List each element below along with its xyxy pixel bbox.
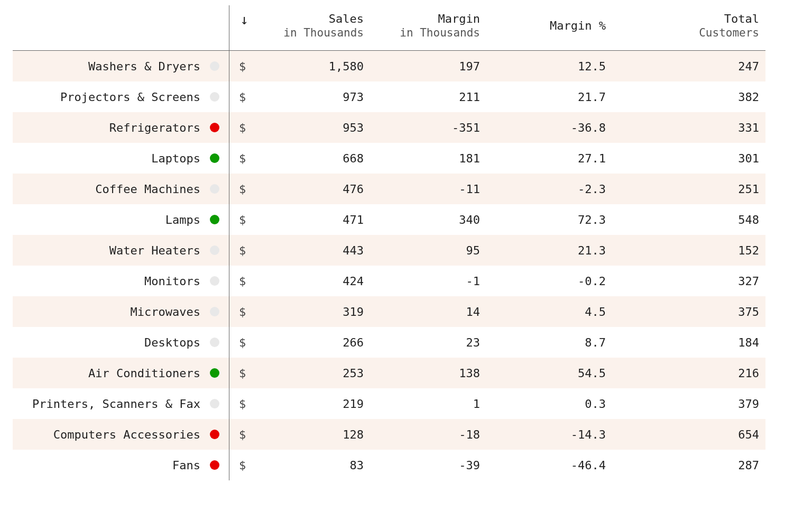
margin-cell: 138 (370, 358, 486, 388)
status-dot-icon (210, 430, 219, 439)
margin-value: -351 (452, 121, 480, 134)
margin-cell: 211 (370, 81, 486, 112)
customers-value: 548 (738, 213, 759, 226)
category-label: Monitors (144, 275, 200, 288)
currency-symbol: $ (229, 235, 259, 266)
sales-value: 443 (343, 244, 364, 257)
margin-pct-cell: 21.7 (486, 81, 612, 112)
customers-cell: 247 (612, 51, 765, 81)
margin-cell: -18 (370, 419, 486, 450)
customers-value: 654 (738, 428, 759, 441)
category-cell[interactable]: Projectors & Screens (13, 81, 229, 112)
category-label: Printers, Scanners & Fax (32, 397, 200, 411)
margin-pct-cell: 8.7 (486, 327, 612, 358)
sales-value: 266 (343, 336, 364, 349)
customers-value: 216 (738, 367, 759, 380)
margin-pct-value: -36.8 (571, 121, 606, 134)
customers-value: 251 (738, 183, 759, 196)
sales-cell: 471 (259, 204, 370, 235)
category-cell[interactable]: Fans (13, 450, 229, 480)
margin-pct-cell: -2.3 (486, 174, 612, 204)
category-cell[interactable]: Printers, Scanners & Fax (13, 388, 229, 419)
sales-cell: 668 (259, 143, 370, 174)
margin-value: 197 (459, 60, 480, 73)
col-header-sales[interactable]: Sales in Thousands (259, 5, 370, 51)
category-label: Lamps (165, 213, 200, 226)
category-label: Coffee Machines (95, 183, 200, 196)
customers-value: 382 (738, 90, 759, 104)
customers-value: 184 (738, 336, 759, 349)
category-cell[interactable]: Washers & Dryers (13, 51, 229, 81)
category-cell[interactable]: Refrigerators (13, 112, 229, 143)
col-header-margin[interactable]: Margin in Thousands (370, 5, 486, 51)
customers-cell: 654 (612, 419, 765, 450)
margin-pct-value: 21.3 (578, 244, 606, 257)
sales-cell: 953 (259, 112, 370, 143)
sales-cell: 266 (259, 327, 370, 358)
sales-value: 128 (343, 428, 364, 441)
currency-symbol: $ (229, 296, 259, 327)
col-header-customers[interactable]: Total Customers (612, 5, 765, 51)
category-label: Water Heaters (109, 244, 200, 257)
customers-cell: 331 (612, 112, 765, 143)
customers-cell: 375 (612, 296, 765, 327)
margin-pct-value: 0.3 (585, 397, 606, 411)
sales-cell: 219 (259, 388, 370, 419)
category-label: Fans (172, 459, 200, 472)
margin-value: 181 (459, 152, 480, 165)
sales-value: 668 (343, 152, 364, 165)
category-cell[interactable]: Lamps (13, 204, 229, 235)
col-header-sort[interactable]: ↓ (229, 5, 259, 51)
currency-symbol: $ (229, 358, 259, 388)
category-cell[interactable]: Monitors (13, 266, 229, 296)
category-cell[interactable]: Laptops (13, 143, 229, 174)
margin-pct-value: 4.5 (585, 305, 606, 318)
col-header-category[interactable] (13, 5, 229, 51)
category-cell[interactable]: Water Heaters (13, 235, 229, 266)
category-cell[interactable]: Microwaves (13, 296, 229, 327)
customers-cell: 382 (612, 81, 765, 112)
category-cell[interactable]: Computers Accessories (13, 419, 229, 450)
status-dot-icon (210, 245, 219, 255)
sales-margin-table: ↓ Sales in Thousands Margin in Thousands… (13, 5, 799, 480)
margin-value: -18 (459, 428, 480, 441)
customers-cell: 216 (612, 358, 765, 388)
margin-cell: -351 (370, 112, 486, 143)
sales-value: 973 (343, 90, 364, 104)
margin-pct-value: -14.3 (571, 428, 606, 441)
currency-symbol: $ (229, 51, 259, 81)
customers-cell: 152 (612, 235, 765, 266)
customers-value: 247 (738, 60, 759, 73)
category-label: Desktops (144, 336, 200, 349)
category-cell[interactable]: Desktops (13, 327, 229, 358)
customers-value: 301 (738, 152, 759, 165)
margin-pct-value: 27.1 (578, 152, 606, 165)
margin-pct-value: -46.4 (571, 459, 606, 472)
status-dot-icon (210, 92, 219, 102)
status-dot-icon (210, 460, 219, 470)
sales-value: 319 (343, 305, 364, 318)
margin-pct-cell: 54.5 (486, 358, 612, 388)
category-cell[interactable]: Coffee Machines (13, 174, 229, 204)
status-dot-icon (210, 307, 219, 316)
category-label: Washers & Dryers (88, 60, 200, 73)
currency-symbol: $ (229, 81, 259, 112)
margin-cell: 95 (370, 235, 486, 266)
margin-pct-value: 72.3 (578, 213, 606, 226)
col-header-margin-pct[interactable]: Margin % (486, 5, 612, 51)
currency-symbol: $ (229, 112, 259, 143)
margin-pct-cell: -46.4 (486, 450, 612, 480)
sales-value: 953 (343, 121, 364, 134)
category-cell[interactable]: Air Conditioners (13, 358, 229, 388)
sales-value: 219 (343, 397, 364, 411)
category-label: Projectors & Screens (60, 90, 200, 104)
margin-pct-cell: 21.3 (486, 235, 612, 266)
currency-symbol: $ (229, 419, 259, 450)
currency-symbol: $ (229, 174, 259, 204)
customers-value: 287 (738, 459, 759, 472)
currency-symbol: $ (229, 450, 259, 480)
customers-cell: 184 (612, 327, 765, 358)
margin-pct-value: -2.3 (578, 183, 606, 196)
customers-value: 327 (738, 275, 759, 288)
currency-symbol: $ (229, 266, 259, 296)
